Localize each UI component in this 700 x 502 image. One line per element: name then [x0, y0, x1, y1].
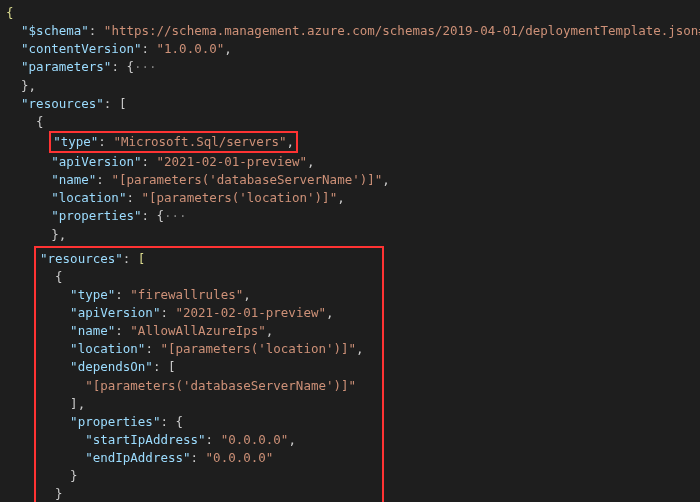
code-editor: { "$schema": "https://schema.management.… — [0, 0, 700, 502]
json-string: "https://schema.management.azure.com/sch… — [104, 23, 700, 38]
json-string: "2021-02-01-preview" — [157, 154, 308, 169]
code-line: "endIpAddress": "0.0.0.0" — [40, 449, 378, 467]
json-string: "[parameters('databaseServerName')]" — [111, 172, 382, 187]
code-line: "startIpAddress": "0.0.0.0", — [40, 431, 378, 449]
json-string: "1.0.0.0" — [157, 41, 225, 56]
json-string: "[parameters('location')]" — [141, 190, 337, 205]
highlight-box: "resources": [ { "type": "firewallrules"… — [34, 246, 384, 502]
code-line: "type": "Microsoft.Sql/servers", — [6, 131, 694, 153]
code-line: { — [6, 4, 694, 22]
code-line: "type": "firewallrules", — [40, 286, 378, 304]
json-string: "0.0.0.0" — [221, 432, 289, 447]
json-key: "location" — [70, 341, 145, 356]
json-key: "contentVersion" — [21, 41, 141, 56]
code-line: "name": "[parameters('databaseServerName… — [6, 171, 694, 189]
highlight-box: "type": "Microsoft.Sql/servers", — [49, 131, 298, 153]
code-line: "[parameters('databaseServerName')]" — [40, 377, 378, 395]
json-string: "Microsoft.Sql/servers" — [113, 134, 286, 149]
json-key: "resources" — [21, 96, 104, 111]
json-key: "properties" — [51, 208, 141, 223]
code-line: "properties": {··· — [6, 207, 694, 225]
json-key: "$schema" — [21, 23, 89, 38]
json-string: "[parameters('location')]" — [160, 341, 356, 356]
code-line: }, — [6, 77, 694, 95]
code-line: { — [40, 268, 378, 286]
code-line: "location": "[parameters('location')]", — [6, 189, 694, 207]
code-line: } — [40, 467, 378, 485]
code-line: "apiVersion": "2021-02-01-preview", — [6, 153, 694, 171]
json-key: "type" — [70, 287, 115, 302]
json-key: "endIpAddress" — [85, 450, 190, 465]
code-line: "parameters": {··· — [6, 58, 694, 76]
code-line: "location": "[parameters('location')]", — [40, 340, 378, 358]
json-key: "properties" — [70, 414, 160, 429]
fold-indicator[interactable]: ··· — [164, 208, 187, 223]
fold-indicator[interactable]: ··· — [134, 59, 157, 74]
code-line: "$schema": "https://schema.management.az… — [6, 22, 694, 40]
json-key: "name" — [51, 172, 96, 187]
code-line: { — [6, 113, 694, 131]
json-string: "0.0.0.0" — [206, 450, 274, 465]
json-key: "apiVersion" — [51, 154, 141, 169]
json-key: "location" — [51, 190, 126, 205]
code-line: "contentVersion": "1.0.0.0", — [6, 40, 694, 58]
json-key: "apiVersion" — [70, 305, 160, 320]
code-line: "resources": [ — [6, 95, 694, 113]
code-line: "resources": [ — [40, 250, 378, 268]
json-string: "[parameters('databaseServerName')]" — [85, 378, 356, 393]
json-key: "dependsOn" — [70, 359, 153, 374]
json-key: "name" — [70, 323, 115, 338]
json-key: "parameters" — [21, 59, 111, 74]
json-key: "resources" — [40, 251, 123, 266]
code-line: "dependsOn": [ — [40, 358, 378, 376]
code-line: "apiVersion": "2021-02-01-preview", — [40, 304, 378, 322]
json-string: "firewallrules" — [130, 287, 243, 302]
json-string: "AllowAllAzureIps" — [130, 323, 265, 338]
json-string: "2021-02-01-preview" — [175, 305, 326, 320]
code-line: ], — [40, 395, 378, 413]
json-key: "startIpAddress" — [85, 432, 205, 447]
brace-open: { — [6, 5, 14, 20]
json-key: "type" — [53, 134, 98, 149]
code-line: } — [40, 485, 378, 502]
code-line: "name": "AllowAllAzureIps", — [40, 322, 378, 340]
code-line: }, — [6, 226, 694, 244]
code-line: "properties": { — [40, 413, 378, 431]
